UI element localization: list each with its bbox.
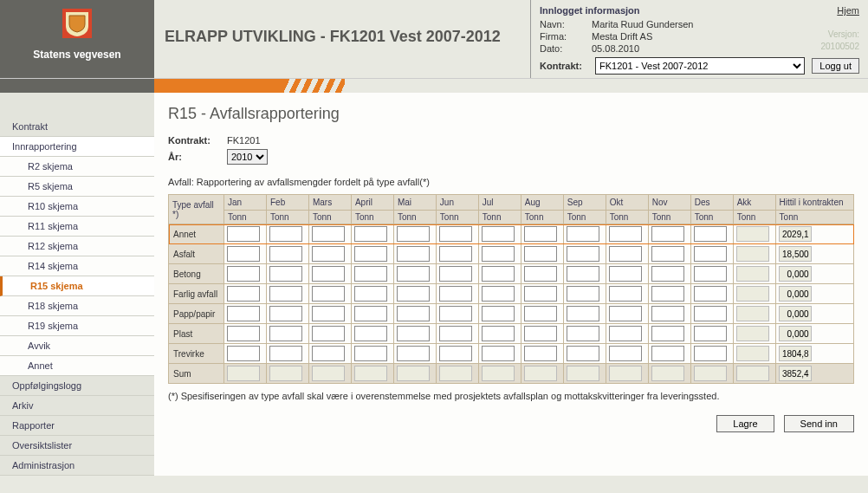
cell-input[interactable] <box>694 326 727 341</box>
sidebar-item-avvik[interactable]: Avvik <box>0 336 154 356</box>
sidebar-item-r19-skjema[interactable]: R19 skjema <box>0 316 154 336</box>
cell-input[interactable] <box>439 266 472 282</box>
cell-input[interactable] <box>439 246 472 262</box>
cell-input[interactable] <box>609 326 642 341</box>
sidebar-item-r12-skjema[interactable]: R12 skjema <box>0 237 154 256</box>
cell-input[interactable] <box>482 286 515 302</box>
sidebar-item-r10-skjema[interactable]: R10 skjema <box>0 197 154 217</box>
cell-input[interactable] <box>524 346 557 361</box>
cell-input[interactable] <box>312 326 345 341</box>
cell-input[interactable] <box>439 306 472 321</box>
cell-input[interactable] <box>269 246 302 262</box>
cell-input[interactable] <box>524 246 557 262</box>
cell-input[interactable] <box>269 346 302 361</box>
cell-input[interactable] <box>694 226 727 242</box>
cell-input[interactable] <box>609 266 642 282</box>
sidebar-item-oppfølgingslogg[interactable]: Oppfølgingslogg <box>0 376 154 396</box>
save-button[interactable]: Lagre <box>716 415 774 432</box>
sidebar-item-r15-skjema[interactable]: R15 skjema <box>0 276 154 296</box>
cell-input[interactable] <box>609 286 642 302</box>
cell-input[interactable] <box>227 326 260 341</box>
sidebar-item-innrapportering[interactable]: Innrapportering <box>0 137 154 157</box>
cell-input[interactable] <box>312 246 345 262</box>
sidebar-item-r18-skjema[interactable]: R18 skjema <box>0 296 154 316</box>
cell-input[interactable] <box>482 306 515 321</box>
cell-input[interactable] <box>312 286 345 302</box>
cell-input[interactable] <box>567 266 599 282</box>
sidebar-item-r11-skjema[interactable]: R11 skjema <box>0 217 154 237</box>
cell-input[interactable] <box>482 326 515 341</box>
cell-input[interactable] <box>651 306 684 321</box>
cell-input[interactable] <box>567 306 599 321</box>
contract-select[interactable]: FK1201 - Vest 2007-2012 <box>595 57 805 75</box>
cell-input[interactable] <box>694 286 727 302</box>
sidebar-item-administrasjon[interactable]: Administrasjon <box>0 456 154 476</box>
cell-input[interactable] <box>651 346 684 361</box>
cell-input[interactable] <box>269 286 302 302</box>
sidebar-item-arkiv[interactable]: Arkiv <box>0 396 154 416</box>
cell-input[interactable] <box>567 326 599 341</box>
cell-input[interactable] <box>651 226 684 242</box>
sidebar-item-kontrakt[interactable]: Kontrakt <box>0 117 154 137</box>
cell-input[interactable] <box>354 326 387 341</box>
cell-input[interactable] <box>694 346 727 361</box>
cell-input[interactable] <box>651 266 684 282</box>
cell-input[interactable] <box>354 286 387 302</box>
cell-input[interactable] <box>567 226 599 242</box>
cell-input[interactable] <box>482 346 515 361</box>
home-link[interactable]: Hjem <box>837 5 859 16</box>
cell-input[interactable] <box>397 286 430 302</box>
cell-input[interactable] <box>694 246 727 262</box>
sidebar-item-r14-skjema[interactable]: R14 skjema <box>0 256 154 276</box>
sidebar-item-annet[interactable]: Annet <box>0 356 154 376</box>
cell-input[interactable] <box>439 286 472 302</box>
cell-input[interactable] <box>482 266 515 282</box>
cell-input[interactable] <box>609 226 642 242</box>
cell-input[interactable] <box>354 306 387 321</box>
cell-input[interactable] <box>269 306 302 321</box>
cell-input[interactable] <box>354 226 387 242</box>
cell-input[interactable] <box>524 306 557 321</box>
cell-input[interactable] <box>694 266 727 282</box>
cell-input[interactable] <box>397 226 430 242</box>
year-select[interactable]: 2010 <box>227 149 268 165</box>
cell-input[interactable] <box>651 326 684 341</box>
cell-input[interactable] <box>609 346 642 361</box>
cell-input[interactable] <box>397 346 430 361</box>
cell-input[interactable] <box>312 306 345 321</box>
cell-input[interactable] <box>312 266 345 282</box>
logout-button[interactable]: Logg ut <box>812 58 859 74</box>
cell-input[interactable] <box>312 226 345 242</box>
cell-input[interactable] <box>439 326 472 341</box>
sidebar-item-r2-skjema[interactable]: R2 skjema <box>0 157 154 177</box>
cell-input[interactable] <box>524 266 557 282</box>
cell-input[interactable] <box>227 246 260 262</box>
cell-input[interactable] <box>227 286 260 302</box>
cell-input[interactable] <box>227 346 260 361</box>
cell-input[interactable] <box>227 226 260 242</box>
cell-input[interactable] <box>397 246 430 262</box>
cell-input[interactable] <box>269 326 302 341</box>
cell-input[interactable] <box>482 246 515 262</box>
cell-input[interactable] <box>397 306 430 321</box>
cell-input[interactable] <box>567 246 599 262</box>
cell-input[interactable] <box>269 266 302 282</box>
cell-input[interactable] <box>269 226 302 242</box>
cell-input[interactable] <box>397 326 430 341</box>
cell-input[interactable] <box>609 246 642 262</box>
cell-input[interactable] <box>567 346 599 361</box>
cell-input[interactable] <box>651 246 684 262</box>
cell-input[interactable] <box>524 326 557 341</box>
cell-input[interactable] <box>439 346 472 361</box>
cell-input[interactable] <box>397 266 430 282</box>
cell-input[interactable] <box>524 286 557 302</box>
cell-input[interactable] <box>439 226 472 242</box>
sidebar-item-rapporter[interactable]: Rapporter <box>0 416 154 436</box>
cell-input[interactable] <box>609 306 642 321</box>
cell-input[interactable] <box>227 306 260 321</box>
sidebar-item-r5-skjema[interactable]: R5 skjema <box>0 177 154 197</box>
cell-input[interactable] <box>354 266 387 282</box>
cell-input[interactable] <box>312 346 345 361</box>
cell-input[interactable] <box>694 306 727 321</box>
sidebar-item-oversiktslister[interactable]: Oversiktslister <box>0 436 154 456</box>
